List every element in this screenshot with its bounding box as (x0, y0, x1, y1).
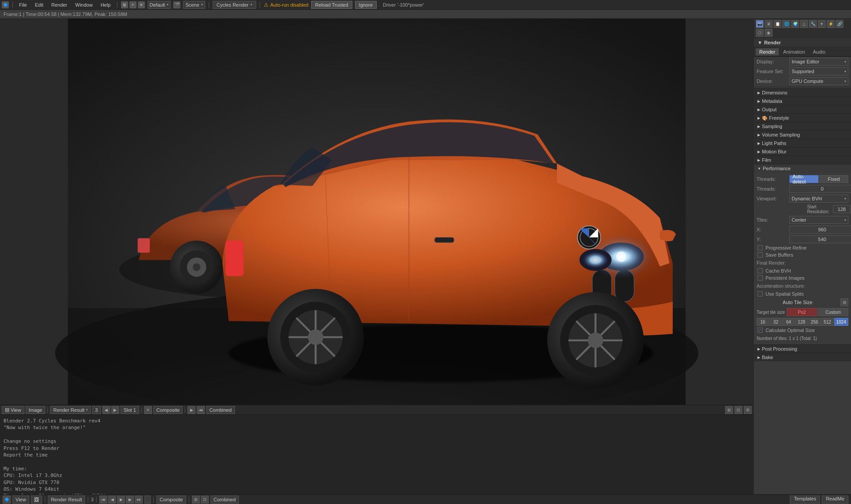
bottom-combined-button[interactable]: Combined (211, 496, 239, 504)
progressive-refine-checkbox[interactable] (757, 245, 763, 250)
performance-section[interactable]: ▼ Performance (754, 164, 851, 172)
ignore-button[interactable]: Ignore (355, 1, 377, 9)
threads-row: Threads: Auto-detect Fixed (754, 174, 851, 184)
physics-props-icon[interactable]: ⚡ (827, 20, 835, 28)
viewport-bvh-dropdown[interactable]: Dynamic BVH ▾ (789, 195, 848, 203)
bottom-frame-step-fwd-icon[interactable]: ▶ (126, 496, 134, 504)
tab-animation[interactable]: Animation (780, 48, 808, 55)
settings-icon[interactable]: ⚙ (744, 406, 752, 414)
workspace-dropdown[interactable]: Default ▾ (148, 1, 171, 9)
tile-128-button[interactable]: 128 (795, 318, 808, 326)
material-props-icon[interactable]: ◉ (765, 29, 773, 37)
bottom-view-button[interactable]: View (12, 496, 29, 504)
reload-trusted-button[interactable]: Reload Trusted (311, 1, 352, 9)
modifier-props-icon[interactable]: 🔧 (809, 20, 817, 28)
bottom-render-result-dropdown[interactable]: Render Result (48, 496, 85, 504)
bake-section[interactable]: ▶ Bake (754, 353, 851, 361)
constraint-props-icon[interactable]: 🔗 (835, 20, 843, 28)
device-dropdown[interactable]: GPU Compute ▾ (789, 77, 848, 85)
calc-optimal-checkbox[interactable]: ✓ (757, 328, 763, 333)
bottom-extra-icon2[interactable]: ⊡ (201, 496, 209, 504)
threads-fixed-button[interactable]: Fixed (820, 175, 849, 183)
threads-auto-button[interactable]: Auto-detect (789, 175, 819, 183)
zoom-icon[interactable]: ⊞ (725, 406, 733, 414)
dimensions-section[interactable]: ▶ Dimensions (754, 88, 851, 97)
bottom-frame-step-back-icon[interactable]: ◀ (108, 496, 116, 504)
film-section[interactable]: ▶ Film (754, 156, 851, 164)
scene-dropdown[interactable]: Scene ▾ (183, 1, 205, 9)
auto-tile-gear-button[interactable]: ⚙ (840, 298, 848, 306)
sampling-section[interactable]: ▶ Sampling (754, 122, 851, 130)
readme-button[interactable]: ReadMe (822, 496, 848, 504)
cache-bvh-checkbox[interactable] (757, 268, 763, 273)
scene-props-icon[interactable]: 🌐 (782, 20, 790, 28)
composite-button[interactable]: Composite (153, 406, 183, 414)
viewport-image-button[interactable]: Image (26, 406, 46, 414)
spatial-splits-checkbox[interactable] (757, 291, 763, 297)
particle-props-icon[interactable]: ✦ (818, 20, 826, 28)
render-result-dropdown[interactable]: Render Result ▾ (50, 406, 90, 414)
tile-16-button[interactable]: 16 (757, 318, 769, 326)
menu-window[interactable]: Window (73, 1, 95, 8)
persistent-images-checkbox[interactable] (757, 275, 763, 281)
tile-64-button[interactable]: 64 (782, 318, 795, 326)
bottom-slot-button[interactable] (144, 496, 151, 504)
tile-32-button[interactable]: 32 (769, 318, 782, 326)
cancel-render-icon[interactable]: ✕ (144, 406, 152, 414)
threads-number-input[interactable] (789, 185, 851, 193)
render-engine-dropdown[interactable]: Cycles Render ▾ (213, 1, 256, 9)
world-props-icon[interactable]: 🌍 (791, 20, 799, 28)
panel-collapse-icon[interactable]: ▼ (757, 40, 762, 45)
bottom-frame-prev-icon[interactable]: ⏮ (99, 496, 107, 504)
feature-set-dropdown[interactable]: Supported ▾ (789, 67, 848, 75)
menu-help[interactable]: Help (98, 1, 113, 8)
freestyle-section[interactable]: ▶ 🎨 Freestyle (754, 113, 851, 122)
post-processing-section[interactable]: ▶ Post Processing (754, 344, 851, 353)
start-res-input[interactable] (833, 205, 851, 213)
tile-1024-button[interactable]: 1024 (834, 318, 848, 326)
bottom-composite-button[interactable]: Composite (156, 496, 186, 504)
bottom-extra-icon1[interactable]: ⊞ (192, 496, 200, 504)
nav-prev-icon[interactable]: ◀ (102, 406, 110, 414)
light-paths-section[interactable]: ▶ Light Paths (754, 139, 851, 147)
workspace-close[interactable]: ✕ (138, 1, 145, 8)
render-props-icon[interactable]: 📷 (756, 20, 764, 28)
save-buffers-checkbox[interactable] (757, 252, 763, 258)
display-dropdown[interactable]: Image Editor ▾ (789, 58, 848, 66)
metadata-section[interactable]: ▶ Metadata (754, 97, 851, 105)
data-props-icon[interactable]: ⬡ (756, 29, 764, 37)
slot-label[interactable]: Slot 1 (121, 406, 139, 414)
templates-button[interactable]: Templates (790, 496, 820, 504)
tab-audio[interactable]: Audio (809, 48, 829, 55)
viewport-view-button[interactable]: ▤ View (2, 406, 24, 414)
tile-512-button[interactable]: 512 (821, 318, 834, 326)
volume-sampling-section[interactable]: ▶ Volume Sampling (754, 130, 851, 139)
tile-256-button[interactable]: 256 (808, 318, 821, 326)
tiles-y-input[interactable] (789, 235, 851, 243)
menu-file[interactable]: File (16, 1, 30, 8)
play-icon[interactable]: ▶ (187, 406, 195, 414)
bottom-play-icon[interactable]: ▶ (117, 496, 125, 504)
tab-render[interactable]: Render (756, 48, 779, 55)
menu-edit[interactable]: Edit (32, 1, 46, 8)
combined-button[interactable]: Combined (206, 406, 234, 414)
fit-icon[interactable]: ⊡ (734, 406, 742, 414)
motion-blur-section[interactable]: ▶ Motion Blur (754, 147, 851, 156)
bottom-image-button[interactable]: 🖼 (31, 496, 42, 504)
final-render-label: Final Render: (757, 260, 788, 266)
output-section[interactable]: ▶ Output (754, 105, 851, 113)
target-po2-button[interactable]: Po2 (787, 308, 817, 316)
tiles-dropdown[interactable]: Center ▾ (789, 216, 848, 224)
bottom-frame-end-icon[interactable]: ⏭ (135, 496, 143, 504)
sep2 (141, 407, 142, 413)
object-props-icon[interactable]: △ (800, 20, 808, 28)
output-props-icon[interactable]: 🖥 (765, 20, 773, 28)
stop-icon[interactable]: ⏮ (197, 406, 205, 414)
view-layer-icon[interactable]: 📋 (773, 20, 781, 28)
slot-num[interactable]: 3 (92, 406, 101, 414)
tiles-x-input[interactable] (789, 226, 851, 234)
viewport-canvas[interactable] (0, 19, 753, 405)
target-custom-button[interactable]: Custom (818, 308, 848, 316)
nav-next-icon[interactable]: ▶ (111, 406, 119, 414)
menu-render[interactable]: Render (49, 1, 70, 8)
